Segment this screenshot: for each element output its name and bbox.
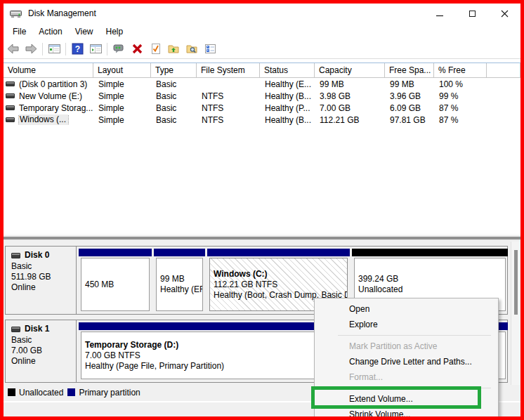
menu-file[interactable]: File — [4, 25, 32, 39]
table-row-windows-c-selected[interactable]: Windows (... Simple Basic NTFS Healthy (… — [4, 114, 520, 126]
volume-capacity: 112.21 GB — [315, 115, 385, 125]
disk-status: Online — [11, 282, 76, 293]
action-pane-icon[interactable] — [86, 41, 105, 58]
menu-item-mark-partition-as-active: Mark Partition as Active — [315, 339, 498, 354]
volume-free: 97.81 GB — [385, 115, 434, 125]
partition-efi-99mb[interactable]: 99 MB Healthy (EFI — [154, 249, 205, 312]
volume-fs: NTFS — [197, 103, 260, 113]
volume-status: Healthy (E... — [260, 79, 315, 89]
volume-layout: Simple — [93, 103, 151, 113]
disk-name: Disk 0 — [25, 250, 49, 261]
primary-partition-swatch — [67, 388, 75, 396]
window-controls — [424, 4, 520, 23]
folder-search-icon[interactable] — [183, 41, 201, 58]
menu-item-format: Format... — [315, 369, 498, 385]
menu-view[interactable]: View — [69, 25, 100, 39]
column-header-capacity[interactable]: Capacity — [315, 63, 385, 77]
folder-upload-icon[interactable] — [164, 41, 183, 58]
disk-icon — [11, 253, 20, 258]
volume-pct-free: 99 % — [434, 91, 487, 101]
column-header-status[interactable]: Status — [260, 63, 315, 77]
console-tree-icon[interactable] — [45, 41, 63, 58]
remote-screen-icon[interactable] — [110, 41, 128, 58]
volume-status: Healthy (B... — [260, 115, 315, 125]
table-row-new-volume-e[interactable]: New Volume (E:) Simple Basic NTFS Health… — [4, 90, 520, 102]
scrollbar-thumb[interactable] — [514, 250, 518, 315]
back-icon[interactable] — [4, 41, 22, 58]
column-header-file-system[interactable]: File System — [197, 63, 260, 77]
svg-text:?: ? — [74, 44, 79, 54]
volume-fs: NTFS — [197, 115, 260, 125]
volume-list-header: Volume Layout Type File System Status Ca… — [4, 63, 520, 78]
column-header-volume[interactable]: Volume — [4, 63, 93, 77]
disk-type: Basic — [11, 335, 76, 346]
volume-icon — [6, 105, 15, 110]
volume-free: 99 MB — [385, 79, 434, 89]
volume-icon — [6, 93, 15, 98]
close-button[interactable] — [488, 4, 520, 23]
volume-type: Basic — [151, 115, 197, 125]
volume-capacity: 99 MB — [315, 79, 385, 89]
disk-management-app-icon — [10, 8, 22, 18]
column-header-free-space[interactable]: Free Spa... — [385, 63, 434, 77]
partition-size: 450 MB — [85, 280, 149, 290]
volume-fs: NTFS — [197, 91, 260, 101]
window-title: Disk Management — [28, 8, 96, 18]
toolbar-separator — [65, 43, 66, 55]
vertical-scrollbar[interactable] — [511, 242, 520, 385]
disk-status: Online — [11, 356, 76, 367]
table-row-temporary-storage[interactable]: Temporary Storag... Simple Basic NTFS He… — [4, 102, 520, 114]
toolbar-separator — [107, 43, 107, 55]
volume-layout: Simple — [93, 79, 151, 89]
volume-name: (Disk 0 partition 3) — [19, 79, 87, 89]
menu-action[interactable]: Action — [32, 25, 68, 39]
screenshot-red-annotation-frame: Disk Management File Action View Help ? … — [0, 0, 524, 420]
legend-label: Primary partition — [79, 388, 140, 398]
column-header-layout[interactable]: Layout — [93, 63, 151, 77]
partition-status: Unallocated — [358, 284, 505, 295]
volume-pct-free: 100 % — [434, 79, 487, 89]
delete-icon[interactable] — [128, 41, 146, 58]
volume-type: Basic — [151, 79, 197, 89]
disk-type: Basic — [11, 261, 76, 272]
help-icon[interactable]: ? — [68, 41, 86, 58]
validate-check-icon[interactable] — [146, 41, 164, 58]
volume-type: Basic — [151, 91, 197, 101]
partition-recovery-450mb[interactable]: 450 MB — [79, 249, 152, 312]
partition-name: Windows (C:) — [214, 269, 347, 280]
volume-name-selected: Windows (... — [19, 114, 68, 125]
primary-partition-bar — [207, 249, 350, 256]
menu-item-explore[interactable]: Explore — [315, 317, 498, 332]
menu-item-change-drive-letter-and-paths[interactable]: Change Drive Letter and Paths... — [315, 354, 498, 369]
volume-capacity: 7.00 GB — [315, 103, 385, 113]
menu-help[interactable]: Help — [100, 25, 130, 39]
volume-layout: Simple — [93, 115, 151, 125]
volume-free: 6.09 GB — [385, 103, 434, 113]
disk-size: 511.98 GB — [11, 272, 76, 282]
menu-item-open[interactable]: Open — [315, 301, 498, 317]
column-header-pct-free[interactable]: % Free — [434, 63, 487, 77]
maximize-button[interactable] — [456, 4, 488, 23]
pane-splitter[interactable] — [4, 234, 520, 241]
task-checklist-icon[interactable] — [201, 41, 219, 58]
volume-pct-free: 87 % — [434, 103, 487, 113]
partition-size: 399.24 GB — [358, 274, 505, 284]
forward-icon[interactable] — [22, 41, 40, 58]
menu-bar: File Action View Help — [4, 23, 520, 39]
disk0-label[interactable]: Disk 0 Basic 511.98 GB Online — [6, 247, 77, 314]
volume-name: Temporary Storag... — [19, 103, 93, 113]
unallocated-bar — [352, 249, 508, 256]
partition-size: 99 MB — [160, 274, 202, 284]
volume-status: Healthy (B... — [260, 91, 315, 101]
minimize-button[interactable] — [424, 4, 456, 23]
title-bar: Disk Management — [4, 4, 520, 23]
menu-separator — [338, 335, 491, 336]
toolbar: ? — [4, 39, 520, 59]
disk-size: 7.00 GB — [11, 346, 76, 356]
unallocated-swatch — [8, 388, 15, 396]
table-row-disk0-partition3[interactable]: (Disk 0 partition 3) Simple Basic Health… — [4, 78, 520, 90]
volume-icon — [6, 81, 15, 86]
disk1-label[interactable]: Disk 1 Basic 7.00 GB Online — [6, 320, 77, 382]
volume-capacity: 3.98 GB — [315, 91, 385, 101]
column-header-type[interactable]: Type — [151, 63, 197, 77]
